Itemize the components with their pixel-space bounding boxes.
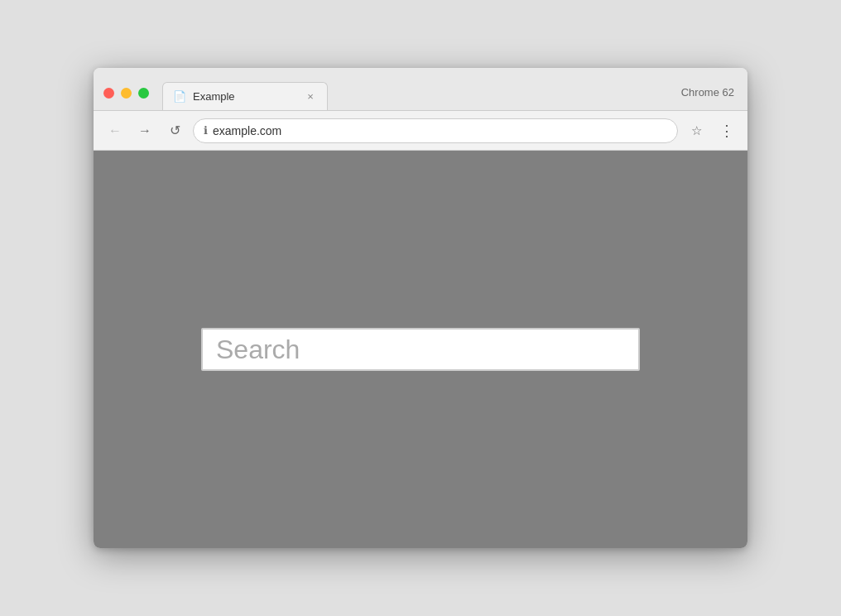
tab-title: Example — [193, 90, 297, 103]
toolbar: ← → ↺ ℹ example.com ☆ ⋮ — [94, 111, 747, 151]
back-button[interactable]: ← — [103, 119, 127, 142]
tab-close-button[interactable]: × — [304, 90, 317, 103]
active-tab[interactable]: 📄 Example × — [162, 82, 328, 110]
minimize-button[interactable] — [121, 88, 132, 99]
title-bar: 📄 Example × Chrome 62 — [94, 68, 747, 111]
page-content — [94, 151, 747, 548]
address-bar[interactable]: ℹ example.com — [193, 118, 678, 143]
search-input[interactable] — [201, 328, 640, 371]
bookmark-button[interactable]: ☆ — [685, 119, 708, 142]
window-controls — [103, 88, 149, 110]
url-display: example.com — [213, 124, 667, 137]
forward-button[interactable]: → — [133, 119, 156, 142]
maximize-button[interactable] — [138, 88, 149, 99]
browser-window: 📄 Example × Chrome 62 ← → ↺ ℹ example.co… — [94, 68, 747, 548]
chrome-version-label: Chrome 62 — [681, 86, 734, 99]
tab-page-icon: 📄 — [173, 90, 186, 103]
refresh-button[interactable]: ↺ — [163, 119, 186, 142]
close-button[interactable] — [103, 88, 114, 99]
menu-button[interactable]: ⋮ — [714, 119, 738, 142]
info-icon: ℹ — [204, 124, 208, 137]
